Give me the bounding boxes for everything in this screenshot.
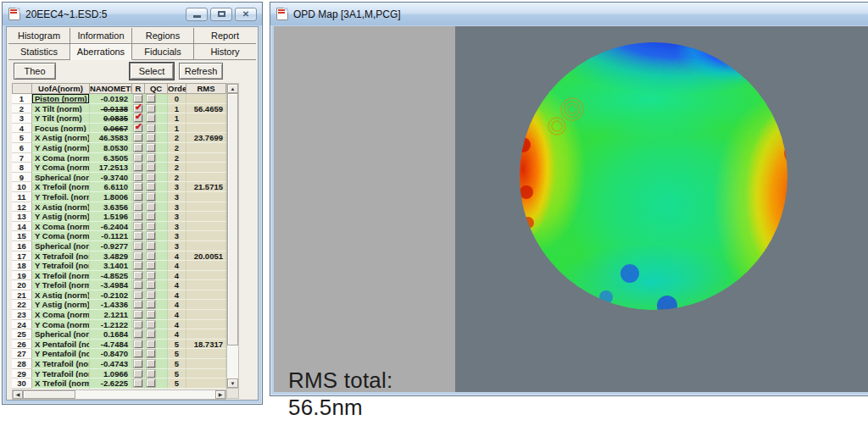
checkbox-button[interactable]: [134, 301, 142, 308]
qc-checkbox[interactable]: [145, 143, 168, 153]
aberration-name-cell[interactable]: X Astig (norm): [32, 133, 90, 143]
nanometer-value-cell[interactable]: 0.1684: [90, 329, 132, 340]
remove-checkbox[interactable]: [132, 182, 145, 192]
aberration-name-cell[interactable]: Y Astig (norm): [32, 143, 90, 153]
qc-checkbox[interactable]: [145, 379, 168, 389]
aberration-name-cell[interactable]: X Tetrafoil (norm: [32, 359, 90, 369]
checkbox-button[interactable]: [147, 134, 155, 141]
nanometer-value-cell[interactable]: 46.3583: [90, 133, 132, 143]
remove-checkbox[interactable]: [132, 133, 145, 143]
aberration-name-cell[interactable]: Y Pentafoil (norm: [32, 349, 90, 359]
checkbox-button[interactable]: [147, 223, 155, 230]
aberration-name-cell[interactable]: Y Trefoil. (norm): [32, 192, 90, 202]
qc-checkbox[interactable]: [145, 290, 168, 301]
remove-checkbox[interactable]: [132, 192, 145, 202]
nanometer-value-cell[interactable]: -0.8470: [90, 349, 132, 359]
table-row[interactable]: 16Spherical (norm-0.92773: [12, 241, 226, 251]
table-row[interactable]: 21X Astig (norm)-0.21024: [12, 290, 226, 301]
nanometer-value-cell[interactable]: -0.9277: [90, 241, 132, 251]
checkbox-button[interactable]: [134, 163, 142, 171]
remove-checkbox[interactable]: [132, 300, 145, 310]
checkbox-button[interactable]: [134, 174, 142, 181]
qc-checkbox[interactable]: [145, 320, 168, 330]
table-row[interactable]: 3Y Tilt (norm)0.0835✔1: [12, 113, 226, 124]
nanometer-value-cell[interactable]: -1.4336: [90, 300, 132, 310]
horizontal-scroll-thumb[interactable]: [23, 390, 75, 399]
checkbox-button[interactable]: [134, 379, 142, 387]
checkbox-button[interactable]: [147, 360, 155, 367]
remove-checkbox[interactable]: [132, 241, 145, 251]
aberration-name-cell[interactable]: Y Coma (norm): [32, 231, 90, 241]
checkbox-button[interactable]: [134, 340, 142, 348]
remove-checkbox[interactable]: ✔: [132, 113, 145, 124]
qc-checkbox[interactable]: [145, 310, 168, 320]
tab-regions[interactable]: Regions: [132, 28, 194, 44]
aberration-name-cell[interactable]: Y Tilt (norm): [32, 113, 90, 124]
remove-checkbox[interactable]: [132, 349, 145, 359]
remove-checkbox[interactable]: [132, 320, 145, 330]
qc-checkbox[interactable]: [145, 212, 168, 222]
remove-checkbox[interactable]: ✔: [132, 124, 145, 134]
maximize-button[interactable]: [210, 8, 232, 21]
aberration-name-cell[interactable]: Y Tetrafoil (norm: [32, 261, 90, 271]
checkbox-button[interactable]: [134, 193, 142, 201]
nanometer-value-cell[interactable]: 1.5196: [90, 212, 132, 222]
qc-checkbox[interactable]: [145, 192, 168, 202]
aberration-name-cell[interactable]: Y Astig (norm): [32, 212, 90, 222]
nanometer-value-cell[interactable]: -9.3740: [90, 173, 132, 183]
qc-checkbox[interactable]: [145, 133, 168, 143]
select-button[interactable]: Select: [130, 63, 174, 80]
tab-fiducials[interactable]: Fiducials: [132, 44, 194, 60]
checkbox-button[interactable]: [134, 144, 142, 152]
tab-information[interactable]: Information: [70, 28, 132, 44]
nanometer-value-cell[interactable]: -0.0192: [90, 94, 132, 104]
remove-checkbox[interactable]: [132, 222, 145, 232]
checkbox-button[interactable]: [134, 183, 142, 191]
aberration-name-cell[interactable]: Y Trefoil (norm): [32, 280, 90, 290]
table-row[interactable]: 19X Trefoil (norm)-4.85254: [12, 271, 226, 281]
checkbox-button[interactable]: [147, 262, 155, 269]
checkbox-button[interactable]: [147, 379, 155, 387]
nanometer-value-cell[interactable]: -0.0138: [90, 104, 132, 114]
remove-checkbox[interactable]: [132, 231, 145, 241]
aberration-name-cell[interactable]: Y Coma (norm): [32, 163, 90, 173]
nanometer-value-cell[interactable]: -4.8525: [90, 271, 132, 281]
aberration-name-cell[interactable]: Y Astig (norm): [32, 300, 90, 310]
checkbox-button[interactable]: [134, 223, 142, 230]
table-row[interactable]: 25Spherical (norm0.16844: [12, 329, 226, 340]
qc-checkbox[interactable]: [145, 251, 168, 262]
remove-checkbox[interactable]: ✔: [132, 104, 145, 114]
remove-checkbox[interactable]: [132, 310, 145, 320]
aberration-name-cell[interactable]: X Astig (norm): [32, 290, 90, 301]
qc-checkbox[interactable]: [145, 94, 168, 104]
checkbox-button[interactable]: [147, 291, 155, 299]
checkbox-button[interactable]: [147, 370, 155, 378]
remove-checkbox[interactable]: [132, 369, 145, 379]
aberration-name-cell[interactable]: X Astig (norm): [32, 202, 90, 213]
tab-report[interactable]: Report: [194, 28, 256, 44]
table-row[interactable]: 11Y Trefoil. (norm)1.80063: [12, 192, 226, 202]
table-row[interactable]: 2X Tilt (norm)-0.0138✔156.4659: [12, 104, 226, 114]
table-row[interactable]: 28X Tetrafoil (norm-0.47435: [12, 359, 226, 369]
scroll-left-icon[interactable]: ◀: [13, 390, 23, 399]
header-value[interactable]: NANOMETE: [90, 83, 132, 94]
qc-checkbox[interactable]: [145, 163, 168, 173]
table-row[interactable]: 7X Coma (norm)6.35052: [12, 153, 226, 163]
nanometer-value-cell[interactable]: 3.4829: [90, 251, 132, 262]
checkbox-button[interactable]: [134, 262, 142, 269]
checkbox-button[interactable]: [134, 213, 142, 220]
table-row[interactable]: 30X Trefoil (norm)-2.62255: [12, 379, 226, 389]
checkbox-button[interactable]: [147, 154, 155, 162]
checkbox-button[interactable]: [147, 301, 155, 308]
qc-checkbox[interactable]: [145, 369, 168, 379]
qc-checkbox[interactable]: [145, 271, 168, 281]
aberration-name-cell[interactable]: X Tilt (norm): [32, 104, 90, 114]
table-row[interactable]: 24Y Coma (norm)-1.21224: [12, 320, 226, 330]
horizontal-scrollbar[interactable]: ◀ ▶: [12, 390, 226, 400]
qc-checkbox[interactable]: [145, 300, 168, 310]
checkbox-button[interactable]: [147, 174, 155, 181]
checkbox-button[interactable]: [147, 232, 155, 240]
nanometer-value-cell[interactable]: -3.4984: [90, 280, 132, 290]
remove-checkbox[interactable]: [132, 340, 145, 350]
scroll-right-icon[interactable]: ▶: [215, 390, 225, 399]
